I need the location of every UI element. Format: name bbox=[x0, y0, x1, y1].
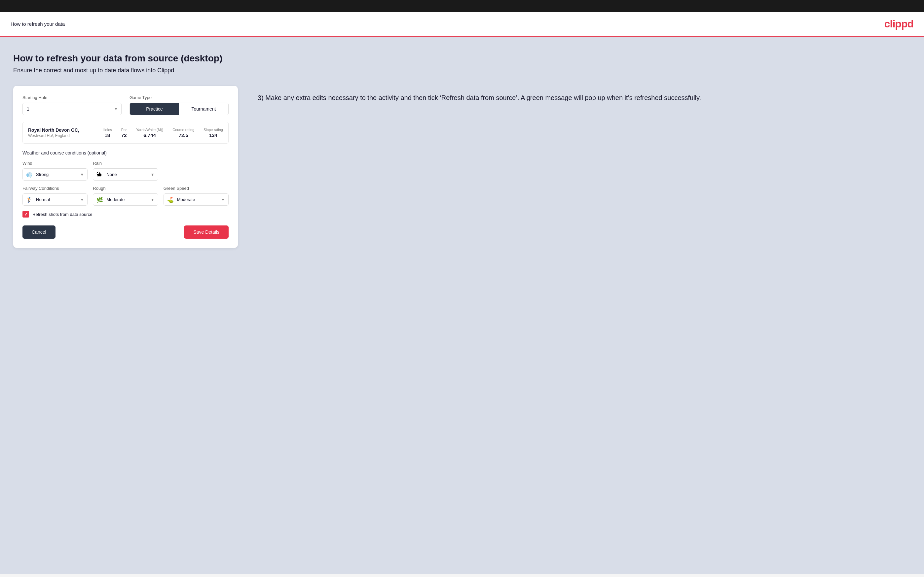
refresh-checkbox-label: Refresh shots from data source bbox=[32, 212, 92, 217]
cancel-button[interactable]: Cancel bbox=[23, 226, 55, 239]
slope-rating-label: Slope rating bbox=[204, 128, 223, 132]
content-area: Starting Hole 1 10 ▼ Game Type Practice … bbox=[13, 86, 911, 248]
starting-hole-group: Starting Hole 1 10 ▼ bbox=[23, 95, 121, 115]
tournament-button[interactable]: Tournament bbox=[179, 103, 228, 115]
wind-group: Wind 💨 Strong None Light Moderate ▼ bbox=[23, 161, 87, 181]
course-rating-stat: Course rating 72.5 bbox=[173, 128, 194, 138]
course-stats: Holes 18 Par 72 Yards/White (M)) 6,744 C… bbox=[103, 128, 223, 138]
rain-group: Rain 🌦 None Light Heavy ▼ bbox=[93, 161, 158, 181]
rough-label: Rough bbox=[93, 186, 158, 191]
fairway-select-wrapper[interactable]: 🏌 Normal Soft Hard ▼ bbox=[23, 193, 87, 206]
refresh-checkbox-row[interactable]: Refresh shots from data source bbox=[23, 211, 229, 218]
conditions-section-title: Weather and course conditions (optional) bbox=[23, 150, 229, 155]
slope-rating-value: 134 bbox=[204, 132, 223, 138]
game-type-label: Game Type bbox=[129, 95, 229, 100]
save-button[interactable]: Save Details bbox=[184, 226, 229, 239]
course-card: Royal North Devon GC, Westward Ho!, Engl… bbox=[23, 122, 229, 143]
yards-value: 6,744 bbox=[136, 132, 163, 138]
holes-stat: Holes 18 bbox=[103, 128, 112, 138]
top-form-row: Starting Hole 1 10 ▼ Game Type Practice … bbox=[23, 95, 229, 115]
fairway-group: Fairway Conditions 🏌 Normal Soft Hard ▼ bbox=[23, 186, 87, 206]
game-type-group: Game Type Practice Tournament bbox=[129, 95, 229, 115]
course-rating-label: Course rating bbox=[173, 128, 194, 132]
rough-group: Rough 🌿 Moderate Light Heavy ▼ bbox=[93, 186, 158, 206]
holes-label: Holes bbox=[103, 128, 112, 132]
yards-stat: Yards/White (M)) 6,744 bbox=[136, 128, 163, 138]
header-title: How to refresh your data bbox=[11, 21, 65, 27]
rough-select-wrapper[interactable]: 🌿 Moderate Light Heavy ▼ bbox=[93, 193, 158, 206]
green-speed-label: Green Speed bbox=[163, 186, 229, 191]
form-card: Starting Hole 1 10 ▼ Game Type Practice … bbox=[13, 86, 238, 248]
rough-select[interactable]: Moderate Light Heavy bbox=[93, 194, 158, 205]
green-speed-group: Green Speed ⛳ Moderate Slow Fast ▼ bbox=[163, 186, 229, 206]
side-note-text: 3) Make any extra edits necessary to the… bbox=[258, 92, 911, 103]
wind-select-wrapper[interactable]: 💨 Strong None Light Moderate ▼ bbox=[23, 168, 87, 181]
starting-hole-label: Starting Hole bbox=[23, 95, 121, 100]
fairway-select[interactable]: Normal Soft Hard bbox=[23, 194, 87, 205]
fairway-label: Fairway Conditions bbox=[23, 186, 87, 191]
par-label: Par bbox=[121, 128, 127, 132]
starting-hole-select-wrapper[interactable]: 1 10 ▼ bbox=[23, 103, 121, 115]
starting-hole-select[interactable]: 1 10 bbox=[23, 103, 121, 115]
main-content: How to refresh your data from source (de… bbox=[0, 37, 924, 574]
slope-rating-stat: Slope rating 134 bbox=[204, 128, 223, 138]
page-heading: How to refresh your data from source (de… bbox=[13, 53, 911, 64]
practice-button[interactable]: Practice bbox=[130, 103, 179, 115]
logo: clippd bbox=[884, 18, 913, 30]
footer: Copyright Clippd 2022 bbox=[0, 574, 924, 577]
par-stat: Par 72 bbox=[121, 128, 127, 138]
top-bar bbox=[0, 0, 924, 12]
yards-label: Yards/White (M)) bbox=[136, 128, 163, 132]
button-row: Cancel Save Details bbox=[23, 226, 229, 239]
game-type-toggle: Practice Tournament bbox=[129, 103, 229, 115]
course-name: Royal North Devon GC, bbox=[28, 127, 79, 133]
green-speed-select[interactable]: Moderate Slow Fast bbox=[164, 194, 228, 205]
green-speed-select-wrapper[interactable]: ⛳ Moderate Slow Fast ▼ bbox=[163, 193, 229, 206]
fairway-rough-green-row: Fairway Conditions 🏌 Normal Soft Hard ▼ … bbox=[23, 186, 229, 206]
course-rating-value: 72.5 bbox=[173, 132, 194, 138]
course-info: Royal North Devon GC, Westward Ho!, Engl… bbox=[28, 127, 79, 138]
par-value: 72 bbox=[121, 132, 127, 138]
wind-select[interactable]: Strong None Light Moderate bbox=[23, 169, 87, 180]
rain-select[interactable]: None Light Heavy bbox=[93, 169, 158, 180]
rain-label: Rain bbox=[93, 161, 158, 166]
page-subheading: Ensure the correct and most up to date d… bbox=[13, 67, 911, 74]
course-location: Westward Ho!, England bbox=[28, 133, 79, 138]
holes-value: 18 bbox=[103, 132, 112, 138]
side-note: 3) Make any extra edits necessary to the… bbox=[258, 86, 911, 103]
wind-label: Wind bbox=[23, 161, 87, 166]
wind-rain-row: Wind 💨 Strong None Light Moderate ▼ Rain bbox=[23, 161, 229, 181]
refresh-checkbox[interactable] bbox=[23, 211, 29, 218]
rain-select-wrapper[interactable]: 🌦 None Light Heavy ▼ bbox=[93, 168, 158, 181]
header: How to refresh your data clippd bbox=[0, 12, 924, 37]
